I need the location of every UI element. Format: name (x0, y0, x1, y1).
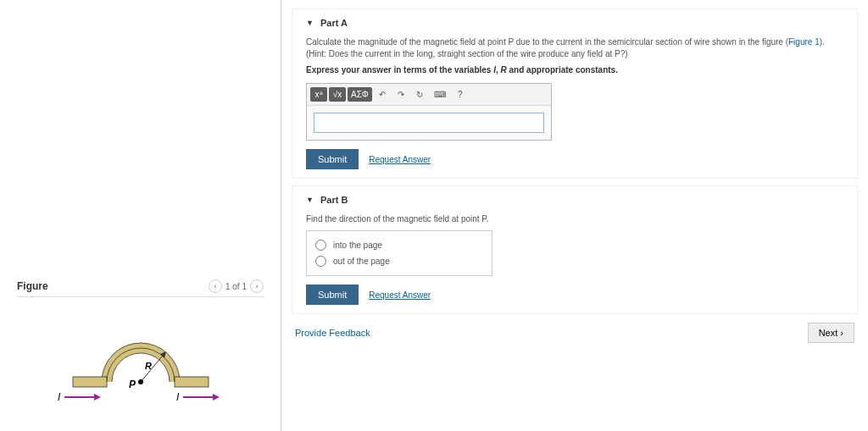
caret-down-icon: ▼ (306, 19, 314, 27)
sqrt-button[interactable]: √x (329, 87, 346, 102)
radio-into-page[interactable] (315, 240, 326, 251)
radius-label: R (145, 361, 152, 371)
templates-button[interactable]: xᵃ (310, 87, 327, 102)
figure-next-button[interactable]: › (250, 279, 264, 293)
svg-point-8 (138, 379, 143, 384)
svg-marker-5 (213, 394, 220, 401)
figure-prev-button[interactable]: ‹ (209, 279, 222, 293)
provide-feedback-link[interactable]: Provide Feedback (295, 328, 370, 338)
part-a-title: Part A (320, 18, 348, 28)
part-b-request-answer-link[interactable]: Request Answer (369, 290, 431, 300)
answer-box: xᵃ √x ΑΣΦ ↶ ↷ ↻ ⌨ ? (306, 83, 552, 141)
part-b-header[interactable]: ▼ Part B (306, 195, 843, 205)
figure-panel: Figure ‹ 1 of 1 › I (0, 0, 281, 431)
redo-button[interactable]: ↷ (392, 87, 409, 102)
part-a-prompt: Calculate the magnitude of the magnetic … (306, 36, 843, 60)
figure-link[interactable]: Figure 1 (788, 37, 820, 47)
greek-button[interactable]: ΑΣΦ (348, 87, 372, 102)
figure-nav-label: 1 of 1 (225, 282, 247, 291)
part-b-title: Part B (320, 195, 348, 205)
part-a-request-answer-link[interactable]: Request Answer (369, 155, 431, 164)
point-p-label: P (129, 379, 136, 390)
part-a-section: ▼ Part A Calculate the magnitude of the … (292, 8, 858, 179)
option-into-page[interactable]: into the page (315, 240, 483, 251)
figure-nav: ‹ 1 of 1 › (209, 279, 264, 293)
svg-rect-0 (73, 377, 107, 387)
footer-row: Provide Feedback Next › (292, 323, 858, 343)
svg-marker-3 (94, 394, 101, 401)
option-out-of-page[interactable]: out of the page (315, 256, 483, 267)
current-label-left: I (58, 391, 61, 403)
figure-title: Figure (17, 280, 48, 292)
part-a-submit-button[interactable]: Submit (306, 149, 359, 169)
radio-out-of-page[interactable] (315, 256, 326, 267)
semicircle-wire-diagram: I I R P (47, 323, 234, 416)
equation-toolbar: xᵃ √x ΑΣΦ ↶ ↷ ↻ ⌨ ? (307, 84, 551, 106)
svg-rect-1 (175, 377, 209, 387)
part-b-section: ▼ Part B Find the direction of the magne… (292, 185, 858, 314)
part-a-header[interactable]: ▼ Part A (306, 18, 843, 28)
content-panel: ▼ Part A Calculate the magnitude of the … (281, 0, 868, 431)
answer-input[interactable] (314, 113, 544, 133)
caret-down-icon: ▼ (306, 196, 314, 204)
undo-button[interactable]: ↶ (374, 87, 391, 102)
radio-options: into the page out of the page (306, 230, 492, 276)
next-button[interactable]: Next › (808, 323, 854, 343)
figure-body: I I R P (17, 297, 264, 423)
part-a-instruction: Express your answer in terms of the vari… (306, 65, 843, 75)
help-button[interactable]: ? (452, 87, 469, 102)
part-b-submit-button[interactable]: Submit (306, 285, 359, 305)
reset-button[interactable]: ↻ (411, 87, 428, 102)
part-b-prompt: Find the direction of the magnetic field… (306, 213, 843, 225)
current-label-right: I (176, 391, 180, 403)
keyboard-button[interactable]: ⌨ (430, 87, 450, 102)
